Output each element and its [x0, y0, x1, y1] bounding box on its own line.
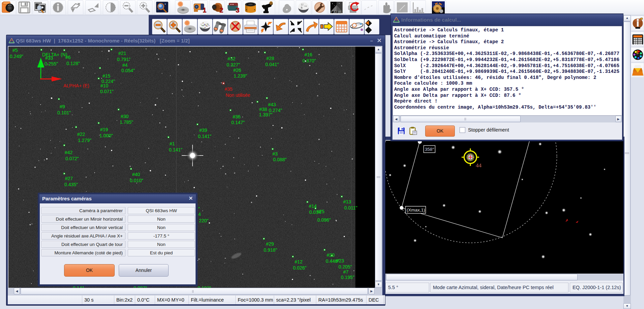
svg-text:(Xmax,1): (Xmax,1)	[407, 207, 425, 213]
svg-text:CALIB: CALIB	[331, 10, 342, 14]
svg-text:1: 1	[203, 6, 206, 14]
svg-text:1: 1	[636, 49, 639, 55]
svg-text:3: 3	[236, 6, 239, 14]
svg-text:358°: 358°	[425, 147, 434, 152]
svg-text:44: 44	[476, 162, 482, 169]
svg-text:2: 2	[219, 6, 223, 14]
